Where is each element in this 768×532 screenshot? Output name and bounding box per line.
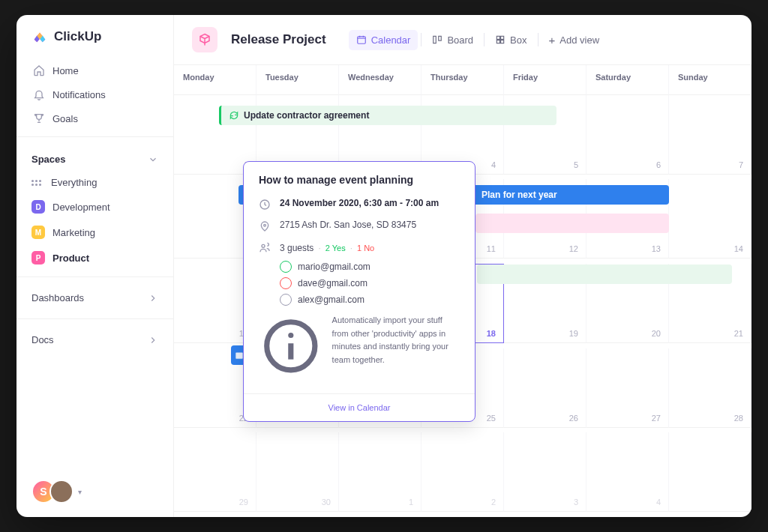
avatar — [50, 480, 74, 504]
cell-date: 25 — [487, 414, 496, 423]
logo-icon — [32, 28, 48, 45]
cell-date: 13 — [652, 244, 661, 253]
calendar-icon — [356, 34, 367, 45]
sync-icon — [229, 110, 239, 121]
header: Release Project Calendar Board Box — [174, 15, 752, 65]
svg-rect-9 — [236, 352, 244, 359]
section-label: Dashboards — [32, 292, 84, 303]
calendar-cell[interactable]: 30 — [256, 432, 339, 512]
cell-date: 18 — [487, 329, 496, 338]
svg-point-11 — [264, 224, 266, 226]
trophy-icon — [33, 112, 45, 124]
guest-count: 3 guests — [280, 243, 314, 253]
brand-name: ClickUp — [54, 29, 101, 44]
tab-board[interactable]: Board — [424, 30, 481, 50]
logo[interactable]: ClickUp — [16, 28, 173, 58]
spaces-label: Spaces — [32, 154, 66, 165]
view-in-calendar-link[interactable]: View in Calendar — [244, 393, 475, 421]
cell-date: 2 — [491, 498, 496, 507]
spaces-header[interactable]: Spaces — [16, 143, 173, 171]
sidebar-item-development[interactable]: D Development — [16, 194, 173, 220]
svg-rect-5 — [496, 40, 500, 43]
sidebar-item-everything[interactable]: Everything — [16, 171, 173, 194]
space-badge: D — [32, 200, 45, 214]
cell-date: 20 — [652, 329, 661, 338]
view-label: Calendar — [371, 34, 411, 46]
tab-calendar[interactable]: Calendar — [349, 30, 418, 50]
page-title: Release Project — [231, 32, 326, 47]
view-label: Box — [510, 34, 526, 46]
day-header: Thursday — [422, 65, 504, 95]
nav-home[interactable]: Home — [26, 58, 164, 82]
calendar-cell[interactable] — [669, 432, 752, 512]
sidebar-item-marketing[interactable]: M Marketing — [16, 220, 173, 245]
cell-date: 4 — [656, 498, 661, 507]
location-icon — [259, 220, 271, 232]
calendar-cell[interactable]: 27 — [586, 348, 669, 428]
svg-rect-6 — [501, 40, 504, 43]
calendar-cell[interactable]: 1 — [339, 432, 422, 512]
calendar-cell[interactable]: 26 — [504, 348, 586, 428]
svg-rect-2 — [439, 36, 442, 40]
svg-point-14 — [288, 333, 293, 338]
cell-date: 3 — [574, 498, 578, 507]
cell-date: 4 — [491, 160, 496, 169]
guest-email: dave@gmail.com — [298, 278, 368, 288]
calendar-cell[interactable]: 14 — [669, 179, 752, 259]
chevron-down-icon: ▾ — [78, 488, 82, 496]
popup-location-text: 2715 Ash Dr. San Jose, SD 83475 — [280, 220, 416, 232]
cell-date: 29 — [239, 498, 248, 507]
nav-goals[interactable]: Goals — [26, 106, 164, 130]
space-label: Product — [52, 253, 89, 264]
cell-date: 7 — [739, 160, 743, 169]
board-icon — [432, 34, 442, 45]
calendar-cell[interactable]: 29 — [174, 432, 256, 512]
sidebar-item-dashboards[interactable]: Dashboards — [16, 283, 173, 312]
cell-date: 19 — [569, 329, 578, 338]
svg-rect-4 — [501, 36, 504, 39]
event-popup: How to manage event planning 24 November… — [243, 161, 476, 422]
user-avatars[interactable]: S ▾ — [32, 480, 82, 504]
event-lgreen[interactable] — [477, 265, 732, 284]
sidebar-item-docs[interactable]: Docs — [16, 325, 173, 354]
popup-guests: 3 guests · 2 Yes · 1 No — [244, 237, 475, 259]
app-window: ClickUp Home Notifications Goals Spaces … — [16, 15, 752, 517]
nav-notifications[interactable]: Notifications — [26, 82, 164, 106]
calendar-cell[interactable]: 3 — [504, 432, 586, 512]
bell-icon — [33, 88, 45, 100]
svg-rect-0 — [357, 37, 365, 43]
calendar-cell[interactable]: 7 — [669, 95, 752, 175]
event-pink[interactable] — [476, 214, 669, 233]
day-header: Saturday — [586, 65, 669, 95]
guest-row: alex@gmail.com — [244, 291, 475, 308]
tab-box[interactable]: Box — [488, 30, 534, 50]
popup-datetime: 24 November 2020, 6:30 am - 7:00 am — [244, 193, 475, 215]
cell-date: 26 — [569, 414, 578, 423]
event-contractor[interactable]: Update contractor agreement — [219, 106, 556, 125]
add-view-button[interactable]: + Add view — [542, 29, 608, 51]
info-icon — [259, 314, 323, 378]
guest-no: 1 No — [357, 244, 374, 253]
calendar-cell[interactable]: 4 — [586, 432, 669, 512]
popup-description: Automatically import your stuff from oth… — [244, 308, 475, 387]
calendar-cell[interactable]: 2 — [422, 432, 504, 512]
day-header: Monday — [174, 65, 256, 95]
event-nextyear[interactable]: Plan for next year — [459, 185, 669, 205]
nav-label: Notifications — [52, 89, 106, 100]
day-header: Tuesday — [256, 65, 339, 95]
avatar-icon — [280, 294, 292, 306]
avatar-icon — [280, 277, 292, 289]
calendar-cell[interactable]: 6 — [586, 95, 669, 175]
day-header: Sunday — [669, 65, 752, 95]
cell-date: 1 — [409, 498, 413, 507]
svg-point-12 — [262, 244, 265, 247]
popup-location: 2715 Ash Dr. San Jose, SD 83475 — [244, 215, 475, 237]
project-icon — [192, 27, 218, 52]
svg-rect-3 — [496, 36, 500, 39]
popup-datetime-text: 24 November 2020, 6:30 am - 7:00 am — [280, 198, 439, 211]
sidebar-item-product[interactable]: P Product — [16, 245, 173, 270]
everything-icon — [32, 180, 44, 186]
event-label: Update contractor agreement — [244, 110, 369, 121]
calendar-cell[interactable]: 28 — [669, 348, 752, 428]
cell-date: 6 — [656, 160, 661, 169]
